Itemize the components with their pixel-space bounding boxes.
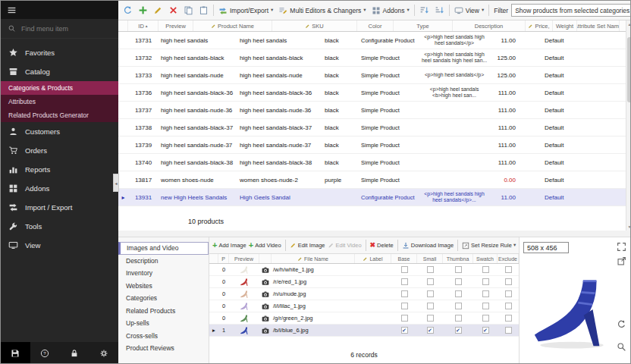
checkbox[interactable] — [505, 290, 512, 297]
sidebar-item-related-products-generator[interactable]: Related Products Generator — [1, 108, 118, 122]
copy-button[interactable] — [181, 3, 196, 17]
tab-websites[interactable]: Websites — [118, 280, 209, 293]
checkbox[interactable] — [482, 315, 489, 322]
checkbox[interactable] — [482, 303, 489, 309]
addons-menu[interactable]: Addons▾ — [369, 5, 412, 17]
image-column-header-label[interactable]: Label — [355, 254, 391, 263]
add-image-button[interactable]: +Add Image — [212, 241, 246, 249]
tab-description[interactable]: Description — [118, 255, 209, 268]
image-row-red_1.jpg[interactable]: 0/r/e/red_1.jpg — [209, 276, 519, 288]
image-column-header-thumbnail[interactable]: Thumbna — [443, 254, 473, 263]
tab-cross-sells[interactable]: Cross-sells — [118, 330, 209, 343]
checkbox[interactable] — [455, 315, 462, 322]
checkbox[interactable] — [401, 303, 408, 309]
sidebar-item-orders[interactable]: Orders — [1, 141, 118, 160]
checkbox[interactable]: ✔ — [401, 327, 408, 334]
category-filter-select[interactable]: Show products from selected categories▾ — [511, 4, 631, 17]
tab-images-and-video[interactable]: Images and Video — [118, 242, 209, 255]
connection-button[interactable] — [1, 342, 30, 364]
product-row-13817[interactable]: 13817women shoes-nudewomen shoes-nude-2p… — [118, 171, 626, 189]
add-product-button[interactable] — [136, 3, 150, 17]
sidebar-item-view[interactable]: View — [1, 236, 118, 255]
cell-expander[interactable]: ▸ — [118, 189, 128, 206]
checkbox[interactable] — [455, 266, 462, 273]
product-row-13739[interactable]: 13739high heel sandals-nude-37high heel … — [118, 136, 626, 154]
image-row-green_2.jpg[interactable]: 0/g/r/green_2.jpg — [209, 312, 519, 325]
fullscreen-button[interactable] — [617, 242, 627, 253]
checkbox[interactable] — [482, 266, 489, 273]
column-header-weight[interactable]: Weight — [553, 20, 577, 31]
image-row-white_1.jpg[interactable]: 0/w/h/white_1.jpg — [209, 264, 519, 276]
edit-video-button[interactable]: Edit Video — [328, 242, 362, 249]
checkbox[interactable] — [427, 315, 434, 322]
image-row-nude.jpg[interactable]: 0/n/u/nude.jpg — [209, 288, 519, 300]
product-row-13736[interactable]: 13736high heel sandals-black-36high heel… — [118, 84, 626, 102]
checkbox[interactable] — [401, 290, 408, 297]
checkbox[interactable] — [455, 278, 462, 285]
image-row-lilac_1.jpg[interactable]: 0/l/i/lilac_1.jpg — [209, 300, 519, 312]
checkbox[interactable] — [427, 278, 434, 285]
product-row-13732[interactable]: 13732high heel sandals-blackhigh heel sa… — [118, 49, 626, 67]
sidebar-item-catalog[interactable]: Catalog — [1, 62, 118, 81]
tab-product-reviews[interactable]: Product Reviews — [118, 342, 209, 355]
image-column-header-swatch[interactable]: Swatch — [473, 254, 498, 263]
column-header-price[interactable]: Price, — [526, 20, 553, 31]
checkbox[interactable]: ✔ — [482, 327, 489, 334]
view-menu[interactable]: View▾ — [452, 5, 487, 17]
image-column-header-preview[interactable]: Preview — [229, 254, 259, 263]
sidebar-item-attributes[interactable]: Attributes — [1, 95, 118, 108]
column-header-attribute_set[interactable]: Attribute Set Name — [577, 20, 620, 31]
image-column-header-base[interactable]: Base — [391, 254, 417, 263]
sort-asc-button[interactable] — [417, 3, 432, 17]
checkbox[interactable] — [401, 315, 408, 322]
import-export-menu[interactable]: Import/Export▾ — [216, 5, 275, 17]
checkbox[interactable] — [455, 290, 462, 297]
checkbox[interactable] — [482, 278, 489, 285]
sidebar-search-input[interactable]: Find menu item — [1, 19, 118, 39]
checkbox[interactable] — [427, 266, 434, 273]
checkbox[interactable] — [401, 278, 408, 285]
product-row-13740[interactable]: 13740high heel sandals-black-38high heel… — [118, 154, 626, 171]
image-column-header-sel[interactable] — [209, 254, 218, 263]
product-row-13737[interactable]: 13737high heel sandals-nude-36high heel … — [118, 102, 626, 119]
tab-inventory[interactable]: Inventory — [118, 267, 209, 280]
image-column-header-file_name[interactable]: File Name — [272, 254, 355, 263]
product-row-13731[interactable]: 13731high heel sandalshigh heel sandalsb… — [118, 32, 626, 49]
scroll-down-arrow[interactable]: ▼ — [626, 223, 631, 231]
checkbox[interactable]: ✔ — [427, 327, 434, 334]
settings-button[interactable] — [89, 342, 118, 364]
tab-related-products[interactable]: Related Products — [118, 305, 209, 318]
column-header-name[interactable]: Product Name — [193, 20, 272, 31]
open-external-button[interactable] — [617, 256, 627, 267]
product-row-13733[interactable]: 13733high heel sandals-nudehigh heel san… — [118, 67, 626, 84]
hamburger-menu-button[interactable] — [1, 1, 118, 19]
vertical-scrollbar[interactable]: ▲ ▼ — [626, 20, 631, 231]
checkbox[interactable] — [427, 303, 434, 309]
sidebar-item-reports[interactable]: Reports — [1, 160, 118, 179]
checkbox[interactable] — [482, 290, 489, 297]
sidebar-item-categories-products[interactable]: Categories & Products — [1, 81, 118, 95]
delete-image-button[interactable]: ✖Delete — [370, 242, 394, 249]
edit-product-button[interactable] — [151, 3, 165, 17]
lock-button[interactable] — [60, 342, 89, 364]
checkbox[interactable] — [505, 315, 512, 322]
set-resize-rule-button[interactable]: Set Resize Rule▾ — [462, 242, 516, 249]
refresh-button[interactable] — [121, 3, 135, 17]
checkbox[interactable] — [505, 327, 512, 334]
sort-desc-button[interactable] — [432, 3, 447, 17]
product-row-13738[interactable]: 13738high heel sandals-black-37high heel… — [118, 119, 626, 136]
column-header-expander[interactable] — [118, 20, 128, 31]
checkbox[interactable]: ✔ — [455, 327, 462, 334]
image-row-blue_6.jpg[interactable]: ▸1/b/l/blue_6.jpg✔✔✔✔ — [209, 325, 519, 337]
image-column-header-position[interactable]: P — [218, 254, 229, 263]
checkbox[interactable] — [505, 303, 512, 309]
sidebar-item-favorites[interactable]: Favorites — [1, 43, 118, 62]
add-video-button[interactable]: +Add Video — [249, 241, 281, 249]
checkbox[interactable] — [401, 266, 408, 273]
checkbox[interactable] — [505, 278, 512, 285]
column-header-color[interactable]: Color — [357, 20, 394, 31]
download-image-button[interactable]: Download Image — [402, 242, 454, 249]
column-header-description[interactable]: Description — [453, 20, 526, 31]
edit-image-button[interactable]: Edit Image — [290, 242, 325, 249]
scroll-up-arrow[interactable]: ▲ — [626, 20, 631, 28]
